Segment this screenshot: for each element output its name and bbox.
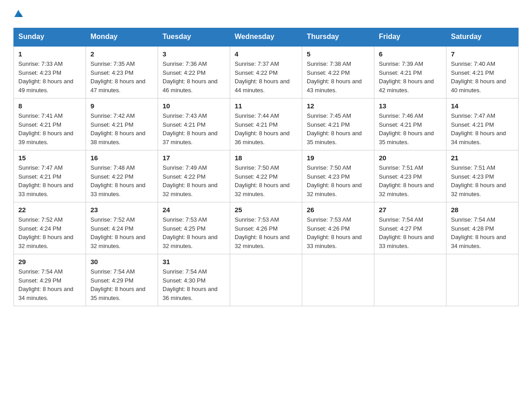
calendar-day-cell bbox=[374, 254, 446, 306]
day-number: 8 bbox=[18, 102, 81, 110]
day-info: Sunrise: 7:49 AMSunset: 4:22 PMDaylight:… bbox=[163, 164, 218, 197]
day-number: 13 bbox=[379, 102, 442, 110]
day-number: 14 bbox=[451, 102, 514, 110]
day-info: Sunrise: 7:51 AMSunset: 4:23 PMDaylight:… bbox=[451, 164, 506, 197]
calendar-day-cell: 9 Sunrise: 7:42 AMSunset: 4:21 PMDayligh… bbox=[86, 98, 158, 150]
day-number: 21 bbox=[451, 154, 514, 162]
day-info: Sunrise: 7:50 AMSunset: 4:22 PMDaylight:… bbox=[235, 164, 290, 197]
calendar-week-row: 8 Sunrise: 7:41 AMSunset: 4:21 PMDayligh… bbox=[14, 98, 519, 150]
day-info: Sunrise: 7:35 AMSunset: 4:23 PMDaylight:… bbox=[90, 60, 146, 94]
day-info: Sunrise: 7:53 AMSunset: 4:26 PMDaylight:… bbox=[235, 216, 290, 249]
calendar-day-cell: 29 Sunrise: 7:54 AMSunset: 4:29 PMDaylig… bbox=[14, 254, 86, 306]
day-info: Sunrise: 7:42 AMSunset: 4:21 PMDaylight:… bbox=[90, 112, 146, 146]
day-info: Sunrise: 7:52 AMSunset: 4:24 PMDaylight:… bbox=[18, 216, 73, 249]
day-number: 20 bbox=[379, 154, 442, 162]
calendar-day-cell: 19 Sunrise: 7:50 AMSunset: 4:23 PMDaylig… bbox=[302, 150, 374, 202]
day-info: Sunrise: 7:37 AMSunset: 4:22 PMDaylight:… bbox=[235, 60, 290, 94]
calendar-day-cell: 28 Sunrise: 7:54 AMSunset: 4:28 PMDaylig… bbox=[446, 202, 519, 254]
weekday-header: Friday bbox=[374, 28, 446, 46]
calendar-day-cell: 15 Sunrise: 7:47 AMSunset: 4:21 PMDaylig… bbox=[14, 150, 86, 202]
calendar-day-cell: 14 Sunrise: 7:47 AMSunset: 4:21 PMDaylig… bbox=[446, 98, 519, 150]
calendar-day-cell: 20 Sunrise: 7:51 AMSunset: 4:23 PMDaylig… bbox=[374, 150, 446, 202]
calendar-day-cell: 24 Sunrise: 7:53 AMSunset: 4:25 PMDaylig… bbox=[158, 202, 230, 254]
day-number: 2 bbox=[90, 50, 153, 58]
day-info: Sunrise: 7:50 AMSunset: 4:23 PMDaylight:… bbox=[307, 164, 362, 197]
day-info: Sunrise: 7:54 AMSunset: 4:29 PMDaylight:… bbox=[18, 268, 73, 301]
weekday-header: Thursday bbox=[302, 28, 374, 46]
calendar-day-cell: 8 Sunrise: 7:41 AMSunset: 4:21 PMDayligh… bbox=[14, 98, 86, 150]
weekday-header: Monday bbox=[86, 28, 158, 46]
day-number: 29 bbox=[18, 258, 81, 265]
day-info: Sunrise: 7:41 AMSunset: 4:21 PMDaylight:… bbox=[18, 112, 73, 146]
calendar-day-cell: 21 Sunrise: 7:51 AMSunset: 4:23 PMDaylig… bbox=[446, 150, 519, 202]
calendar-week-row: 29 Sunrise: 7:54 AMSunset: 4:29 PMDaylig… bbox=[14, 254, 519, 306]
calendar-day-cell: 4 Sunrise: 7:37 AMSunset: 4:22 PMDayligh… bbox=[230, 46, 302, 98]
calendar-day-cell: 1 Sunrise: 7:33 AMSunset: 4:23 PMDayligh… bbox=[14, 46, 86, 98]
day-info: Sunrise: 7:54 AMSunset: 4:30 PMDaylight:… bbox=[163, 268, 218, 301]
calendar-day-cell: 31 Sunrise: 7:54 AMSunset: 4:30 PMDaylig… bbox=[158, 254, 230, 306]
calendar-day-cell: 17 Sunrise: 7:49 AMSunset: 4:22 PMDaylig… bbox=[158, 150, 230, 202]
calendar-day-cell: 12 Sunrise: 7:45 AMSunset: 4:21 PMDaylig… bbox=[302, 98, 374, 150]
calendar-day-cell: 26 Sunrise: 7:53 AMSunset: 4:26 PMDaylig… bbox=[302, 202, 374, 254]
calendar-day-cell: 23 Sunrise: 7:52 AMSunset: 4:24 PMDaylig… bbox=[86, 202, 158, 254]
day-number: 12 bbox=[307, 102, 369, 110]
day-info: Sunrise: 7:54 AMSunset: 4:29 PMDaylight:… bbox=[90, 268, 146, 301]
weekday-header: Sunday bbox=[14, 28, 86, 46]
day-number: 26 bbox=[307, 206, 369, 214]
day-number: 6 bbox=[379, 50, 442, 58]
day-info: Sunrise: 7:47 AMSunset: 4:21 PMDaylight:… bbox=[451, 112, 506, 146]
day-info: Sunrise: 7:39 AMSunset: 4:21 PMDaylight:… bbox=[379, 60, 434, 94]
day-number: 30 bbox=[90, 258, 153, 265]
calendar-week-row: 15 Sunrise: 7:47 AMSunset: 4:21 PMDaylig… bbox=[14, 150, 519, 202]
calendar-day-cell bbox=[230, 254, 302, 306]
calendar-week-row: 22 Sunrise: 7:52 AMSunset: 4:24 PMDaylig… bbox=[14, 202, 519, 254]
calendar-day-cell: 5 Sunrise: 7:38 AMSunset: 4:22 PMDayligh… bbox=[302, 46, 374, 98]
day-number: 16 bbox=[90, 154, 153, 162]
day-info: Sunrise: 7:47 AMSunset: 4:21 PMDaylight:… bbox=[18, 164, 73, 197]
calendar-day-cell bbox=[446, 254, 519, 306]
day-info: Sunrise: 7:33 AMSunset: 4:23 PMDaylight:… bbox=[18, 60, 73, 94]
day-info: Sunrise: 7:40 AMSunset: 4:21 PMDaylight:… bbox=[451, 60, 506, 94]
day-number: 10 bbox=[163, 102, 225, 110]
day-number: 18 bbox=[235, 154, 297, 162]
logo bbox=[13, 9, 23, 19]
calendar-table: SundayMondayTuesdayWednesdayThursdayFrid… bbox=[13, 28, 519, 306]
calendar-day-cell: 6 Sunrise: 7:39 AMSunset: 4:21 PMDayligh… bbox=[374, 46, 446, 98]
calendar-day-cell bbox=[302, 254, 374, 306]
calendar-day-cell: 10 Sunrise: 7:43 AMSunset: 4:21 PMDaylig… bbox=[158, 98, 230, 150]
calendar-day-cell: 3 Sunrise: 7:36 AMSunset: 4:22 PMDayligh… bbox=[158, 46, 230, 98]
weekday-header: Tuesday bbox=[158, 28, 230, 46]
day-info: Sunrise: 7:36 AMSunset: 4:22 PMDaylight:… bbox=[163, 60, 218, 94]
day-info: Sunrise: 7:52 AMSunset: 4:24 PMDaylight:… bbox=[90, 216, 146, 249]
calendar-day-cell: 30 Sunrise: 7:54 AMSunset: 4:29 PMDaylig… bbox=[86, 254, 158, 306]
day-info: Sunrise: 7:53 AMSunset: 4:25 PMDaylight:… bbox=[163, 216, 218, 249]
day-number: 17 bbox=[163, 154, 225, 162]
calendar-week-row: 1 Sunrise: 7:33 AMSunset: 4:23 PMDayligh… bbox=[14, 46, 519, 98]
day-info: Sunrise: 7:54 AMSunset: 4:28 PMDaylight:… bbox=[451, 216, 506, 249]
calendar-day-cell: 2 Sunrise: 7:35 AMSunset: 4:23 PMDayligh… bbox=[86, 46, 158, 98]
day-number: 31 bbox=[163, 258, 225, 265]
day-number: 1 bbox=[18, 50, 81, 58]
day-info: Sunrise: 7:53 AMSunset: 4:26 PMDaylight:… bbox=[307, 216, 362, 249]
calendar-day-cell: 11 Sunrise: 7:44 AMSunset: 4:21 PMDaylig… bbox=[230, 98, 302, 150]
day-info: Sunrise: 7:51 AMSunset: 4:23 PMDaylight:… bbox=[379, 164, 434, 197]
day-info: Sunrise: 7:38 AMSunset: 4:22 PMDaylight:… bbox=[307, 60, 362, 94]
day-number: 4 bbox=[235, 50, 297, 58]
calendar-day-cell: 22 Sunrise: 7:52 AMSunset: 4:24 PMDaylig… bbox=[14, 202, 86, 254]
calendar-header-row: SundayMondayTuesdayWednesdayThursdayFrid… bbox=[14, 28, 519, 46]
logo-icon bbox=[13, 9, 23, 19]
calendar-day-cell: 27 Sunrise: 7:54 AMSunset: 4:27 PMDaylig… bbox=[374, 202, 446, 254]
calendar-day-cell: 7 Sunrise: 7:40 AMSunset: 4:21 PMDayligh… bbox=[446, 46, 519, 98]
day-number: 5 bbox=[307, 50, 369, 58]
day-number: 22 bbox=[18, 206, 81, 214]
weekday-header: Wednesday bbox=[230, 28, 302, 46]
day-number: 15 bbox=[18, 154, 81, 162]
calendar-day-cell: 13 Sunrise: 7:46 AMSunset: 4:21 PMDaylig… bbox=[374, 98, 446, 150]
calendar-day-cell: 16 Sunrise: 7:48 AMSunset: 4:22 PMDaylig… bbox=[86, 150, 158, 202]
day-number: 23 bbox=[90, 206, 153, 214]
day-number: 19 bbox=[307, 154, 369, 162]
day-info: Sunrise: 7:48 AMSunset: 4:22 PMDaylight:… bbox=[90, 164, 146, 197]
day-info: Sunrise: 7:44 AMSunset: 4:21 PMDaylight:… bbox=[235, 112, 290, 146]
day-number: 3 bbox=[163, 50, 225, 58]
day-number: 25 bbox=[235, 206, 297, 214]
